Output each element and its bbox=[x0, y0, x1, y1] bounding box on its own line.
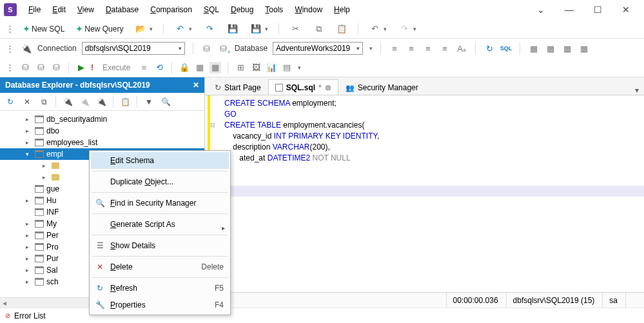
tabs-overflow-icon[interactable]: ▾ bbox=[630, 86, 644, 95]
menu-database[interactable]: Database bbox=[101, 3, 144, 17]
paste-button[interactable]: 📋 bbox=[332, 21, 351, 37]
status-resize-icon bbox=[625, 293, 639, 308]
menu-view[interactable]: View bbox=[72, 3, 99, 17]
undo-dropdown[interactable]: ↶▾ bbox=[170, 21, 196, 37]
plug-icon[interactable]: 🔌 bbox=[21, 43, 32, 54]
menu-tools[interactable]: Tools bbox=[260, 3, 288, 17]
close-button[interactable]: ✕ bbox=[618, 5, 634, 15]
ctx-properties[interactable]: 🔧PropertiesF4 bbox=[91, 297, 229, 313]
tree-schema-employees_list[interactable]: ▸employees_list bbox=[0, 137, 204, 148]
clip-tree-icon[interactable]: 📋 bbox=[117, 94, 133, 110]
copy-tree-icon[interactable]: ⧉ bbox=[36, 94, 52, 110]
indent-right-icon[interactable]: ≡ bbox=[405, 43, 417, 54]
grid2-icon[interactable]: ▦ bbox=[210, 62, 221, 73]
uncomment-icon[interactable]: ≡ bbox=[439, 43, 451, 54]
sql-editor[interactable]: CREATE SCHEMA employment;GO⊟CREATE TABLE… bbox=[205, 95, 644, 292]
menu-help[interactable]: Help bbox=[329, 3, 355, 17]
ctx-label: Find in Security Manager bbox=[110, 199, 196, 208]
ctx-show-details[interactable]: ☰Show Details bbox=[91, 237, 229, 254]
plug2-tree-icon[interactable]: 🔌 bbox=[77, 94, 92, 110]
plug3-tree-icon[interactable]: 🔌 bbox=[93, 94, 109, 110]
save-button[interactable]: 💾 bbox=[223, 21, 242, 37]
explorer-title: Database Explorer - dbfsqlsrv\SQL2019 bbox=[5, 81, 150, 90]
editor-line[interactable]: GO bbox=[211, 109, 644, 120]
lock-icon[interactable]: 🔒 bbox=[179, 62, 190, 73]
menu-window[interactable]: Window bbox=[289, 3, 327, 17]
view-dropdown[interactable]: ▾ bbox=[298, 64, 301, 71]
view-1-icon[interactable]: ⊞ bbox=[235, 62, 246, 73]
cut-button[interactable]: ✂ bbox=[286, 21, 305, 37]
db-tool-2[interactable]: ⛁ bbox=[35, 62, 46, 73]
redo-history[interactable]: ↷▾ bbox=[395, 21, 420, 37]
ctx-delete[interactable]: ✕DeleteDelete bbox=[91, 259, 229, 275]
editor-line[interactable]: vacancy_id INT PRIMARY KEY IDENTITY, bbox=[211, 131, 644, 142]
db-new-icon[interactable]: ⛁+ bbox=[218, 43, 229, 54]
ctx-edit-schema[interactable]: Edit Schema bbox=[91, 152, 229, 169]
db-tool-1[interactable]: ⛁ bbox=[19, 62, 31, 73]
editor-line[interactable]: CREATE SCHEMA employment; bbox=[211, 98, 644, 109]
comment-icon[interactable]: ≡ bbox=[422, 43, 434, 54]
schema-icon bbox=[35, 220, 44, 228]
format-icon[interactable]: Aₐ bbox=[456, 43, 467, 54]
search-tree-icon[interactable]: 🔍 bbox=[158, 94, 173, 110]
menu-edit[interactable]: Edit bbox=[47, 3, 71, 17]
db-dropdown[interactable]: ▾ bbox=[369, 45, 373, 52]
refresh-tree-icon[interactable]: ↻ bbox=[3, 94, 18, 110]
tab-close-icon[interactable]: ⊗ bbox=[325, 83, 331, 92]
schema-icon bbox=[35, 150, 44, 158]
tool-b-icon[interactable]: ▦ bbox=[545, 43, 556, 54]
execute-button[interactable]: Execute bbox=[99, 61, 134, 74]
connection-bar: ⋮ 🔌 Connection dbfsqlsrv\SQL2019▾ ⛁ ⛁+ D… bbox=[0, 39, 644, 58]
redo-button[interactable]: ↷ bbox=[200, 21, 219, 37]
menu-file[interactable]: File bbox=[23, 3, 46, 17]
undo-history[interactable]: ↶▾ bbox=[365, 21, 391, 37]
stop-icon[interactable]: ■ bbox=[138, 62, 150, 73]
tree-schema-db_securityadmin[interactable]: ▸db_securityadmin bbox=[0, 113, 204, 125]
tab-securitymanager[interactable]: Security Manager bbox=[338, 79, 425, 95]
tool-c-icon[interactable]: ▦ bbox=[561, 43, 573, 54]
tree-schema-dbo[interactable]: ▸dbo bbox=[0, 125, 204, 137]
editor-line[interactable]: ⊟CREATE TABLE employment.vacancies( bbox=[211, 120, 644, 131]
grid-icon[interactable]: ▦ bbox=[194, 62, 206, 73]
database-combo[interactable]: AdventureWorks2019▾ bbox=[273, 42, 363, 55]
connection-combo[interactable]: dbfsqlsrv\SQL2019▾ bbox=[82, 42, 185, 55]
filter-tree-icon[interactable]: ▼ bbox=[141, 94, 157, 110]
tab-sqlsql[interactable]: SQL.sql*⊗ bbox=[268, 79, 338, 95]
copy-button[interactable]: ⧉ bbox=[309, 21, 328, 37]
ctx-generate-script-as[interactable]: Generate Script As bbox=[91, 216, 229, 233]
ctx-refresh[interactable]: ↻RefreshF5 bbox=[91, 280, 229, 297]
sql-icon[interactable]: SQL bbox=[500, 43, 512, 54]
new-query-button[interactable]: ✦New Query bbox=[72, 23, 127, 35]
maximize-button[interactable]: ☐ bbox=[590, 5, 605, 15]
db-tool-3[interactable]: ⛁ bbox=[50, 62, 62, 73]
explorer-tab[interactable]: Database Explorer - dbfsqlsrv\SQL2019 ✕ bbox=[0, 77, 204, 93]
tool-d-icon[interactable]: ▦ bbox=[578, 43, 590, 54]
indent-left-icon[interactable]: ≡ bbox=[389, 43, 400, 54]
ctx-duplicate-object-[interactable]: Duplicate Object... bbox=[91, 173, 229, 190]
explorer-close-icon[interactable]: ✕ bbox=[193, 81, 199, 90]
editor-panel: Start PageSQL.sql*⊗Security Manager▾ CRE… bbox=[205, 77, 644, 308]
minimize-button[interactable]: — bbox=[561, 5, 577, 15]
editor-line[interactable]: description VARCHAR(200), bbox=[211, 142, 644, 153]
tab-startpage[interactable]: Start Page bbox=[208, 79, 268, 95]
view-4-icon[interactable]: ▤ bbox=[281, 62, 293, 73]
plug-tree-icon[interactable]: 🔌 bbox=[60, 94, 75, 110]
view-3-icon[interactable]: 📊 bbox=[266, 62, 277, 73]
save-all-button[interactable]: 💾▾ bbox=[246, 21, 272, 37]
menu-comparison[interactable]: Comparison bbox=[145, 3, 197, 17]
editor-line[interactable]: ated_at DATETIME2 NOT NULL bbox=[211, 153, 644, 164]
error-list-button[interactable]: Error List bbox=[14, 311, 46, 320]
view-2-icon[interactable]: 🖼 bbox=[250, 62, 262, 73]
open-button[interactable]: 📂▾ bbox=[131, 21, 157, 37]
delete-tree-icon[interactable]: ✕ bbox=[19, 94, 35, 110]
debug-icon[interactable]: ⟲ bbox=[153, 62, 165, 73]
new-sql-button[interactable]: ✦New SQL bbox=[19, 23, 68, 35]
menu-sql[interactable]: SQL bbox=[199, 3, 224, 17]
tool-a-icon[interactable]: ▦ bbox=[528, 43, 540, 54]
db-icon[interactable]: ⛁ bbox=[201, 43, 213, 54]
menu-debug[interactable]: Debug bbox=[226, 3, 259, 17]
run-icon[interactable]: ▶ bbox=[75, 62, 87, 73]
refresh-icon[interactable]: ↻ bbox=[483, 43, 495, 54]
caret-down-icon[interactable]: ⌄ bbox=[533, 5, 549, 15]
ctx-find-in-security-manager[interactable]: 🔍Find in Security Manager bbox=[91, 195, 229, 211]
